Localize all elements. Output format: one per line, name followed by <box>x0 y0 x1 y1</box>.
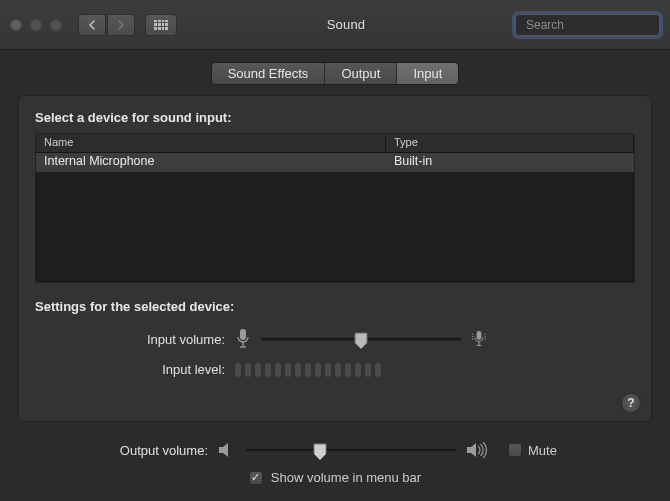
show-in-menu-label: Show volume in menu bar <box>271 470 421 485</box>
svg-point-12 <box>485 336 486 337</box>
toolbar: Sound <box>0 0 670 50</box>
show-in-menu-checkbox[interactable] <box>249 471 263 485</box>
svg-point-8 <box>472 334 473 335</box>
svg-point-10 <box>472 338 473 339</box>
device-type: Built-in <box>386 153 634 172</box>
tab-sound-effects[interactable]: Sound Effects <box>212 63 326 84</box>
search-field[interactable] <box>515 14 660 36</box>
select-device-label: Select a device for sound input: <box>35 110 635 125</box>
table-header: Name Type <box>36 134 634 153</box>
chevron-right-icon <box>117 20 125 30</box>
svg-point-9 <box>472 336 473 337</box>
search-input[interactable] <box>526 18 670 32</box>
help-button[interactable]: ? <box>621 393 641 413</box>
settings-label: Settings for the selected device: <box>35 299 635 314</box>
mic-low-icon <box>235 328 251 350</box>
input-devices-table: Name Type Internal Microphone Built-in <box>35 133 635 283</box>
window-controls <box>10 19 62 31</box>
speaker-high-icon <box>466 442 488 458</box>
mute-label: Mute <box>528 443 557 458</box>
mute-checkbox[interactable] <box>508 443 522 457</box>
svg-rect-5 <box>477 331 482 340</box>
input-panel: Select a device for sound input: Name Ty… <box>18 95 652 422</box>
zoom-window-button[interactable] <box>50 19 62 31</box>
footer: Output volume: Mute Show volume in menu … <box>0 432 670 485</box>
col-type[interactable]: Type <box>386 134 634 152</box>
speaker-low-icon <box>218 442 236 458</box>
tabs-segmented: Sound Effects Output Input <box>211 62 460 85</box>
svg-point-11 <box>485 334 486 335</box>
output-volume-label: Output volume: <box>18 443 208 458</box>
table-row[interactable]: Internal Microphone Built-in <box>36 153 634 172</box>
show-all-button[interactable] <box>145 14 177 36</box>
col-name[interactable]: Name <box>36 134 386 152</box>
minimize-window-button[interactable] <box>30 19 42 31</box>
input-level-meter <box>235 363 381 377</box>
grid-icon <box>154 20 168 30</box>
back-button[interactable] <box>78 14 106 36</box>
input-volume-label: Input volume: <box>35 332 225 347</box>
svg-rect-2 <box>240 329 246 340</box>
nav-buttons <box>78 14 135 36</box>
svg-point-13 <box>485 338 486 339</box>
tab-output[interactable]: Output <box>325 63 397 84</box>
input-volume-control <box>235 328 487 350</box>
chevron-left-icon <box>88 20 96 30</box>
mic-high-icon <box>471 328 487 350</box>
forward-button[interactable] <box>107 14 135 36</box>
input-level-label: Input level: <box>35 362 225 377</box>
device-name: Internal Microphone <box>36 153 386 172</box>
input-volume-slider[interactable] <box>261 331 461 347</box>
tab-input[interactable]: Input <box>397 63 458 84</box>
close-window-button[interactable] <box>10 19 22 31</box>
output-volume-slider[interactable] <box>246 442 456 458</box>
window-title: Sound <box>187 17 505 32</box>
